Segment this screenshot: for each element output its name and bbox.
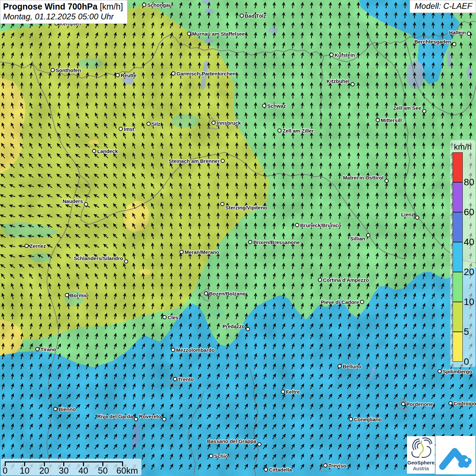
legend-color-band	[453, 302, 463, 332]
scale-bar-label: 20	[39, 465, 49, 476]
city-label: Bormio	[70, 292, 88, 298]
city-label: Hallein	[449, 30, 466, 35]
city-label: Zell am See	[393, 105, 421, 111]
city-marker-icon	[51, 68, 55, 72]
legend-color-band	[453, 272, 463, 302]
city-marker-icon	[162, 417, 166, 421]
city-label: Tirano	[40, 346, 56, 352]
legend-tick-label: 5	[464, 327, 469, 337]
legend-color-band	[453, 212, 463, 242]
city-marker-icon	[349, 417, 353, 421]
mountain-cloud-icon	[436, 436, 475, 474]
city-marker-icon	[318, 278, 322, 282]
title-parameter: Prognose Wind 700hPa	[3, 2, 98, 11]
city-label: Brixen/Bressanone	[253, 239, 300, 245]
city-marker-icon	[351, 82, 355, 86]
city-marker-icon	[119, 127, 123, 131]
legend-color-band	[453, 242, 463, 272]
city-label: Codroipo	[454, 401, 476, 406]
city-marker-icon	[401, 402, 405, 406]
city-marker-icon	[338, 364, 342, 368]
city-marker-icon	[360, 300, 364, 304]
brand-country-name: Austria	[407, 465, 435, 471]
title-unit: [km/h]	[100, 2, 123, 11]
city-label: Feltre	[286, 389, 300, 395]
legend-tick-label: 0	[464, 357, 469, 367]
city-marker-icon	[171, 348, 175, 352]
scale-bar-label: 50	[98, 465, 108, 476]
city-label: Zernez	[30, 243, 46, 249]
city-label: Schlanders/Silandro	[74, 255, 123, 261]
title-box: Prognose Wind 700hPa [km/h] Montag, 01.1…	[0, 0, 128, 24]
city-label: Zell am Ziller	[283, 128, 314, 134]
city-marker-icon	[24, 244, 29, 248]
city-label: Schwaz	[267, 103, 286, 109]
scale-bar-label: 0	[3, 465, 7, 476]
city-layer: SchongauBad TölzKemptenMurnau am Staffel…	[0, 0, 476, 476]
model-label: Modell: C-LAEF	[410, 0, 476, 13]
city-marker-icon	[134, 417, 138, 421]
city-label: Bienno	[58, 406, 76, 412]
city-label: Steinach am Brenner	[169, 158, 220, 164]
city-marker-icon	[323, 463, 327, 468]
city-marker-icon	[142, 3, 146, 7]
city-label: Treviso	[328, 463, 346, 469]
city-label: Matrei in Osttirol	[343, 175, 384, 181]
city-marker-icon	[248, 240, 252, 244]
city-marker-icon	[467, 32, 471, 36]
distance-scale-bar: 0102030405060km	[1, 459, 141, 475]
city-label: Mittersill	[381, 117, 402, 123]
city-marker-icon	[92, 149, 96, 153]
city-label: Belluno	[343, 363, 361, 369]
city-label: Bassano del Grappa	[207, 438, 256, 444]
city-label: Cles	[168, 314, 178, 320]
cloud-highlight	[465, 459, 468, 462]
city-label: Sonthofen	[56, 67, 81, 73]
city-label: Imst	[124, 126, 134, 132]
city-marker-icon	[452, 42, 456, 46]
city-label: Sillian	[350, 236, 365, 241]
city-marker-icon	[171, 71, 175, 75]
city-label: Lienz	[401, 211, 414, 217]
city-marker-icon	[173, 377, 177, 381]
scale-bar-label: 30	[59, 465, 69, 476]
city-marker-icon	[35, 347, 39, 351]
city-label: Murnau am Staffelsee	[192, 31, 245, 37]
city-label: Trento	[178, 376, 194, 382]
city-marker-icon	[376, 118, 380, 122]
city-label: Schio	[214, 453, 228, 459]
city-marker-icon	[204, 291, 208, 295]
city-label: Silz	[152, 121, 160, 127]
city-marker-icon	[277, 129, 282, 133]
city-marker-icon	[257, 442, 261, 446]
city-marker-icon	[385, 179, 389, 183]
legend-tick-label: 60	[464, 207, 474, 217]
geosphere-contour-logo-icon	[409, 436, 433, 458]
legend-tick-label: 80	[464, 177, 474, 187]
city-marker-icon	[240, 14, 244, 18]
city-marker-icon	[262, 104, 266, 108]
legend-tick-label: 40	[464, 237, 474, 247]
city-marker-icon	[124, 259, 128, 264]
wind-forecast-map: SchongauBad TölzKemptenMurnau am Staffel…	[0, 0, 476, 476]
city-label: Garmisch-Partenkirchen	[176, 71, 236, 76]
city-marker-icon	[295, 223, 299, 227]
city-marker-icon	[366, 233, 370, 237]
city-marker-icon	[246, 327, 250, 331]
legend-color-band	[453, 332, 463, 362]
city-label: Cortina d'Ampezzo	[323, 277, 369, 283]
city-label: Meran/Merano	[185, 249, 219, 255]
legend-tick-label: 10	[464, 297, 474, 307]
scale-bar-label: 60km	[116, 465, 138, 476]
city-marker-icon	[84, 202, 88, 206]
scale-bar-label: 10	[20, 465, 30, 476]
city-label: Kitzbühel	[327, 78, 350, 84]
brand-org-name: GeoSphere	[407, 460, 435, 465]
legend-color-band	[453, 182, 463, 212]
city-marker-icon	[448, 401, 453, 405]
city-marker-icon	[163, 315, 167, 319]
city-label: Kufstein	[335, 52, 355, 58]
city-label: Mezzolombardo	[176, 347, 215, 353]
scale-bar-label: 40	[79, 465, 88, 476]
city-marker-icon	[281, 390, 285, 394]
